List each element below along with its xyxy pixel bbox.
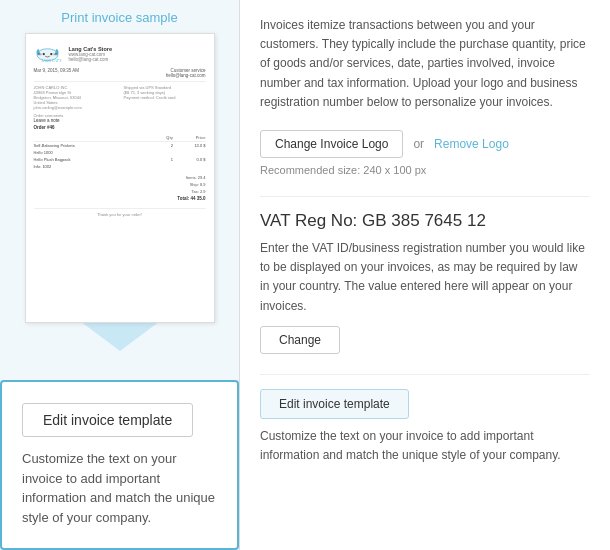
col-price: Price — [173, 134, 205, 142]
invoice-customer-service: Customer service hello@lang-cat.com — [166, 68, 206, 78]
vat-section: VAT Reg No: GB 385 7645 12 Enter the VAT… — [260, 196, 590, 354]
recommended-size-text: Recommended size: 240 x 100 px — [260, 164, 590, 176]
template-description: Customize the text on your invoice to ad… — [260, 427, 590, 465]
highlight-edit-template-button[interactable]: Edit invoice template — [22, 403, 193, 437]
edit-template-button[interactable]: Edit invoice template — [260, 389, 409, 419]
table-row: Self-Balancing Prickets 2 13.0 $ — [34, 142, 206, 150]
invoices-description: Invoices itemize transactions between yo… — [260, 16, 590, 112]
logo-actions: Change Invoice Logo or Remove Logo — [260, 130, 590, 158]
left-panel: Print invoice sample LANG CAT'S — [0, 0, 240, 550]
remove-logo-link[interactable]: Remove Logo — [434, 137, 509, 151]
highlight-description: Customize the text on your invoice to ad… — [22, 449, 217, 527]
change-logo-button[interactable]: Change Invoice Logo — [260, 130, 403, 158]
invoice-tax: Tax: 2.9 — [34, 188, 206, 195]
invoice-thank-you: Thank you for your order! — [34, 208, 206, 217]
svg-point-2 — [50, 53, 52, 55]
svg-text:LANG CAT'S: LANG CAT'S — [40, 59, 61, 63]
table-row: Hello Plush Bagpack 1 0.0 $ — [34, 156, 206, 163]
triangle-area — [10, 321, 229, 351]
col-item — [34, 134, 154, 142]
invoice-order-comments: Order comments Leave a note — [34, 113, 206, 123]
invoice-billing: JOHN CARLO INC 43968 Pannoridge St Bridg… — [34, 85, 116, 110]
vat-title: VAT Reg No: GB 385 7645 12 — [260, 211, 590, 231]
left-panel-title: Print invoice sample — [61, 10, 177, 25]
highlight-box: Edit invoice template Customize the text… — [0, 380, 239, 550]
invoice-items-total: Items: 29.4 — [34, 174, 206, 181]
or-text: or — [413, 137, 424, 151]
logo-section: Change Invoice Logo or Remove Logo Recom… — [260, 130, 590, 176]
invoice-store-info: Lang Cat's Store www.lang-cat.com hello@… — [69, 46, 112, 62]
invoice-logo-area: LANG CAT'S Lang Cat's Store www.lang-cat… — [34, 44, 206, 64]
invoice-totals: Items: 29.4 Ship: 8.9 Tax: 2.9 Total: 44… — [34, 174, 206, 202]
col-qty: Qty — [154, 134, 173, 142]
invoice-total: Total: 44 35.0 — [34, 195, 206, 202]
invoice-preview: LANG CAT'S Lang Cat's Store www.lang-cat… — [25, 33, 215, 323]
invoice-order-id: Order #46 — [34, 125, 206, 130]
invoice-items-table: Qty Price Self-Balancing Prickets 2 13.0… — [34, 134, 206, 170]
invoice-shipping-info: Shipped via UPS Standard ($8.75, 3 worki… — [124, 85, 206, 110]
invoice-date: Mar 9, 2015, 09:35 AM — [34, 68, 80, 78]
invoice-addresses: JOHN CARLO INC 43968 Pannoridge St Bridg… — [34, 85, 206, 110]
invoice-store-email: hello@lang-cat.com — [69, 57, 112, 62]
table-row: Info: 1002 — [34, 163, 206, 170]
template-section: Edit invoice template Customize the text… — [260, 374, 590, 465]
vat-description: Enter the VAT ID/business registration n… — [260, 239, 590, 316]
vat-change-button[interactable]: Change — [260, 326, 340, 354]
main-container: Print invoice sample LANG CAT'S — [0, 0, 610, 550]
invoice-header-row: Mar 9, 2015, 09:35 AM Customer service h… — [34, 68, 206, 82]
right-panel: Invoices itemize transactions between yo… — [240, 0, 610, 550]
invoice-shipping: Ship: 8.9 — [34, 181, 206, 188]
cat-logo-icon: LANG CAT'S — [34, 44, 64, 64]
table-row: Hello 1000 — [34, 149, 206, 156]
svg-point-1 — [42, 53, 44, 55]
triangle-pointer — [80, 321, 160, 351]
